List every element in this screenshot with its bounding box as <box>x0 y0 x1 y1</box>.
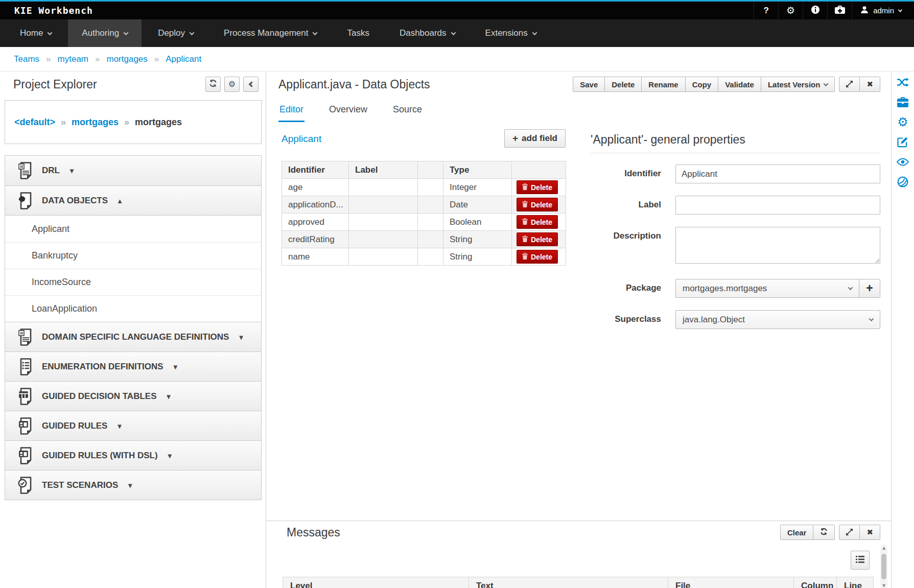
nav-item-home[interactable]: Home <box>6 19 65 47</box>
copy-button[interactable]: Copy <box>686 77 719 92</box>
field-label[interactable] <box>349 179 418 196</box>
identifier-field[interactable] <box>675 164 880 183</box>
explorer-section-guided-rules[interactable]: GUIDED RULES▾ <box>5 411 261 440</box>
package-value: mortgages.mortgages <box>683 284 767 294</box>
superclass-select[interactable]: java.lang.Object <box>675 310 880 329</box>
field-identifier[interactable]: approved <box>282 214 349 231</box>
explorer-section-data-objects[interactable]: DATA OBJECTS▴ <box>5 185 261 215</box>
path-link-mortgages[interactable]: mortgages <box>72 117 119 128</box>
path-link-default[interactable]: <default> <box>14 117 55 128</box>
breadcrumb-link-mortgages[interactable]: mortgages <box>106 54 147 64</box>
editor-panel: Applicant.java - Data Objects SaveDelete… <box>266 72 891 588</box>
description-label: Description <box>591 227 661 264</box>
messages-close-button[interactable]: ✖ <box>860 525 880 540</box>
drl-file-icon: R <box>17 161 34 180</box>
delete-field-button[interactable]: Delete <box>517 232 558 246</box>
package-select[interactable]: mortgages.mortgages <box>675 279 859 298</box>
shuffle-icon[interactable] <box>897 77 909 88</box>
tab-source[interactable]: Source <box>392 101 423 122</box>
field-type[interactable]: Boolean <box>443 214 512 231</box>
properties-heading: 'Applicant'- general properties <box>591 133 880 153</box>
delete-field-button[interactable]: Delete <box>517 180 558 194</box>
scrollbar-thumb[interactable] <box>881 554 886 579</box>
explorer-section-enumeration-definitions[interactable]: ENUMERATION DEFINITIONS▾ <box>5 351 261 381</box>
breadcrumb-link-teams[interactable]: Teams <box>14 54 39 64</box>
rename-button[interactable]: Rename <box>642 77 685 92</box>
breadcrumb-link-myteam[interactable]: myteam <box>58 54 88 64</box>
field-delete-cell: Delete <box>512 196 566 214</box>
help-button[interactable]: ? <box>754 2 778 19</box>
general-properties: 'Applicant'- general properties Identifi… <box>591 133 880 341</box>
gear-icon[interactable]: ⚙ <box>897 116 909 128</box>
validate-button[interactable]: Validate <box>718 77 761 92</box>
delete-button[interactable]: Delete <box>605 77 642 92</box>
field-label[interactable] <box>349 231 418 248</box>
add-package-button[interactable]: + <box>859 279 880 298</box>
user-menu[interactable]: admin <box>852 2 914 19</box>
list-view-button[interactable] <box>851 551 870 570</box>
explorer-item-incomesource[interactable]: IncomeSource <box>5 269 261 295</box>
settings-button[interactable]: ⚙ <box>778 2 803 19</box>
section-label: DATA OBJECTS <box>42 196 108 206</box>
scroll-up-icon[interactable]: ▲ <box>882 545 885 552</box>
explorer-item-applicant[interactable]: Applicant <box>5 216 261 242</box>
label-field[interactable] <box>675 196 880 215</box>
tab-editor[interactable]: Editor <box>278 101 304 122</box>
save-button[interactable]: Save <box>573 77 605 92</box>
field-label[interactable] <box>349 196 418 214</box>
explorer-section-guided-rules-with-dsl[interactable]: GUIDED RULES (WITH DSL)▾ <box>5 440 261 470</box>
scroll-down-icon[interactable]: ▼ <box>882 582 885 588</box>
explorer-section-guided-decision-tables[interactable]: GUIDED DECISION TABLES▾ <box>5 381 261 411</box>
nav-item-extensions[interactable]: Extensions <box>472 19 550 47</box>
add-field-button[interactable]: + add field <box>504 129 566 148</box>
object-link[interactable]: Applicant <box>282 133 321 148</box>
messages-refresh-button[interactable] <box>813 525 835 540</box>
medkit-button[interactable] <box>827 2 852 19</box>
refresh-button[interactable] <box>205 77 221 92</box>
field-identifier[interactable]: applicationD... <box>282 196 349 214</box>
field-label[interactable] <box>349 248 418 266</box>
field-identifier[interactable]: age <box>282 179 349 196</box>
field-type[interactable]: Date <box>443 196 512 214</box>
field-type[interactable]: Integer <box>443 179 512 196</box>
explorer-section-test-scenarios[interactable]: TEST SCENARIOS▾ <box>5 470 261 500</box>
about-button[interactable] <box>803 2 827 19</box>
messages-expand-button[interactable] <box>839 525 860 540</box>
delete-field-button[interactable]: Delete <box>517 198 558 211</box>
breadcrumb-link-applicant[interactable]: Applicant <box>166 54 201 64</box>
chevron-down-icon <box>898 8 902 12</box>
field-type[interactable]: String <box>443 248 512 266</box>
field-identifier[interactable]: name <box>282 248 349 266</box>
nav-item-authoring[interactable]: Authoring <box>68 19 142 47</box>
latest-version-button[interactable]: Latest Version <box>761 77 835 92</box>
delete-field-button[interactable]: Delete <box>517 215 558 229</box>
explorer-item-bankruptcy[interactable]: Bankruptcy <box>5 242 261 269</box>
nav-item-deploy[interactable]: Deploy <box>144 19 207 47</box>
clear-button[interactable]: Clear <box>780 525 814 540</box>
expand-button[interactable] <box>839 77 860 92</box>
explorer-section-domain-specific-language-definitions[interactable]: RDOMAIN SPECIFIC LANGUAGE DEFINITIONS▾ <box>5 322 261 351</box>
eye-icon[interactable] <box>897 156 909 168</box>
field-type[interactable]: String <box>443 231 512 248</box>
label-row: Label <box>591 196 880 215</box>
delete-field-button[interactable]: Delete <box>517 250 558 264</box>
messages-scrollbar[interactable]: ▲ ▼ <box>880 545 887 588</box>
field-spacer <box>418 179 443 196</box>
explorer-settings-button[interactable]: ⚙ <box>224 77 240 92</box>
nav-item-dashboards[interactable]: Dashboards <box>386 19 469 47</box>
description-field[interactable] <box>675 227 880 264</box>
field-identifier[interactable]: creditRating <box>282 231 349 248</box>
briefcase-icon[interactable] <box>897 97 909 108</box>
nav-item-process-management[interactable]: Process Management <box>210 19 331 47</box>
sphere-icon[interactable] <box>897 176 909 187</box>
refresh-icon <box>820 528 828 537</box>
nav-item-tasks[interactable]: Tasks <box>333 19 383 47</box>
close-button[interactable]: ✖ <box>860 77 880 92</box>
explorer-section-drl[interactable]: RDRL▾ <box>5 156 261 185</box>
collapse-panel-button[interactable] <box>243 77 259 92</box>
explorer-item-loanapplication[interactable]: LoanApplication <box>5 295 261 322</box>
edit-icon[interactable] <box>897 136 909 148</box>
test-scenario-file-icon <box>17 476 34 495</box>
tab-overview[interactable]: Overview <box>328 101 368 122</box>
field-label[interactable] <box>349 214 418 231</box>
